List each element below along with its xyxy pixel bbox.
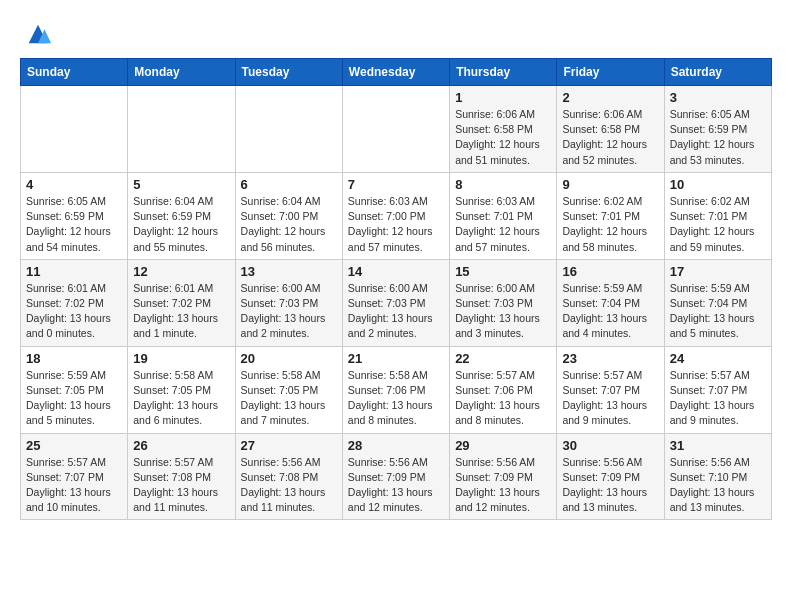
day-info: Sunrise: 5:59 AM Sunset: 7:05 PM Dayligh… — [26, 368, 122, 429]
calendar-table: SundayMondayTuesdayWednesdayThursdayFrid… — [20, 58, 772, 520]
calendar-cell: 6Sunrise: 6:04 AM Sunset: 7:00 PM Daylig… — [235, 172, 342, 259]
day-info: Sunrise: 6:05 AM Sunset: 6:59 PM Dayligh… — [26, 194, 122, 255]
calendar-cell: 14Sunrise: 6:00 AM Sunset: 7:03 PM Dayli… — [342, 259, 449, 346]
calendar-cell: 28Sunrise: 5:56 AM Sunset: 7:09 PM Dayli… — [342, 433, 449, 520]
day-info: Sunrise: 6:04 AM Sunset: 6:59 PM Dayligh… — [133, 194, 229, 255]
day-number: 8 — [455, 177, 551, 192]
day-info: Sunrise: 5:57 AM Sunset: 7:06 PM Dayligh… — [455, 368, 551, 429]
calendar-cell: 7Sunrise: 6:03 AM Sunset: 7:00 PM Daylig… — [342, 172, 449, 259]
day-number: 10 — [670, 177, 766, 192]
day-number: 14 — [348, 264, 444, 279]
column-header-friday: Friday — [557, 59, 664, 86]
day-number: 20 — [241, 351, 337, 366]
day-info: Sunrise: 6:00 AM Sunset: 7:03 PM Dayligh… — [241, 281, 337, 342]
calendar-cell: 23Sunrise: 5:57 AM Sunset: 7:07 PM Dayli… — [557, 346, 664, 433]
day-info: Sunrise: 6:05 AM Sunset: 6:59 PM Dayligh… — [670, 107, 766, 168]
day-number: 23 — [562, 351, 658, 366]
day-number: 26 — [133, 438, 229, 453]
day-info: Sunrise: 6:02 AM Sunset: 7:01 PM Dayligh… — [670, 194, 766, 255]
calendar-cell: 29Sunrise: 5:56 AM Sunset: 7:09 PM Dayli… — [450, 433, 557, 520]
day-info: Sunrise: 5:56 AM Sunset: 7:08 PM Dayligh… — [241, 455, 337, 516]
day-number: 24 — [670, 351, 766, 366]
day-info: Sunrise: 6:04 AM Sunset: 7:00 PM Dayligh… — [241, 194, 337, 255]
calendar-week-row: 11Sunrise: 6:01 AM Sunset: 7:02 PM Dayli… — [21, 259, 772, 346]
calendar-header-row: SundayMondayTuesdayWednesdayThursdayFrid… — [21, 59, 772, 86]
day-info: Sunrise: 6:01 AM Sunset: 7:02 PM Dayligh… — [26, 281, 122, 342]
day-info: Sunrise: 6:06 AM Sunset: 6:58 PM Dayligh… — [562, 107, 658, 168]
calendar-cell: 5Sunrise: 6:04 AM Sunset: 6:59 PM Daylig… — [128, 172, 235, 259]
day-info: Sunrise: 5:56 AM Sunset: 7:09 PM Dayligh… — [455, 455, 551, 516]
calendar-week-row: 4Sunrise: 6:05 AM Sunset: 6:59 PM Daylig… — [21, 172, 772, 259]
calendar-cell: 24Sunrise: 5:57 AM Sunset: 7:07 PM Dayli… — [664, 346, 771, 433]
calendar-cell: 13Sunrise: 6:00 AM Sunset: 7:03 PM Dayli… — [235, 259, 342, 346]
calendar-cell: 12Sunrise: 6:01 AM Sunset: 7:02 PM Dayli… — [128, 259, 235, 346]
day-number: 17 — [670, 264, 766, 279]
calendar-cell: 8Sunrise: 6:03 AM Sunset: 7:01 PM Daylig… — [450, 172, 557, 259]
calendar-cell: 30Sunrise: 5:56 AM Sunset: 7:09 PM Dayli… — [557, 433, 664, 520]
day-info: Sunrise: 5:58 AM Sunset: 7:06 PM Dayligh… — [348, 368, 444, 429]
calendar-cell: 17Sunrise: 5:59 AM Sunset: 7:04 PM Dayli… — [664, 259, 771, 346]
day-info: Sunrise: 6:00 AM Sunset: 7:03 PM Dayligh… — [455, 281, 551, 342]
day-number: 6 — [241, 177, 337, 192]
day-info: Sunrise: 5:58 AM Sunset: 7:05 PM Dayligh… — [133, 368, 229, 429]
day-info: Sunrise: 5:59 AM Sunset: 7:04 PM Dayligh… — [562, 281, 658, 342]
calendar-week-row: 25Sunrise: 5:57 AM Sunset: 7:07 PM Dayli… — [21, 433, 772, 520]
logo — [20, 20, 52, 48]
calendar-cell: 22Sunrise: 5:57 AM Sunset: 7:06 PM Dayli… — [450, 346, 557, 433]
day-number: 18 — [26, 351, 122, 366]
day-info: Sunrise: 5:56 AM Sunset: 7:09 PM Dayligh… — [562, 455, 658, 516]
calendar-cell: 4Sunrise: 6:05 AM Sunset: 6:59 PM Daylig… — [21, 172, 128, 259]
day-number: 15 — [455, 264, 551, 279]
day-info: Sunrise: 5:57 AM Sunset: 7:07 PM Dayligh… — [562, 368, 658, 429]
calendar-cell: 21Sunrise: 5:58 AM Sunset: 7:06 PM Dayli… — [342, 346, 449, 433]
day-info: Sunrise: 5:57 AM Sunset: 7:07 PM Dayligh… — [670, 368, 766, 429]
day-number: 5 — [133, 177, 229, 192]
day-number: 25 — [26, 438, 122, 453]
day-number: 31 — [670, 438, 766, 453]
day-info: Sunrise: 5:58 AM Sunset: 7:05 PM Dayligh… — [241, 368, 337, 429]
calendar-cell: 20Sunrise: 5:58 AM Sunset: 7:05 PM Dayli… — [235, 346, 342, 433]
day-info: Sunrise: 5:57 AM Sunset: 7:07 PM Dayligh… — [26, 455, 122, 516]
calendar-cell — [21, 86, 128, 173]
calendar-cell: 3Sunrise: 6:05 AM Sunset: 6:59 PM Daylig… — [664, 86, 771, 173]
column-header-thursday: Thursday — [450, 59, 557, 86]
day-info: Sunrise: 5:56 AM Sunset: 7:09 PM Dayligh… — [348, 455, 444, 516]
day-number: 29 — [455, 438, 551, 453]
column-header-tuesday: Tuesday — [235, 59, 342, 86]
calendar-cell — [342, 86, 449, 173]
day-info: Sunrise: 6:02 AM Sunset: 7:01 PM Dayligh… — [562, 194, 658, 255]
day-info: Sunrise: 5:56 AM Sunset: 7:10 PM Dayligh… — [670, 455, 766, 516]
day-info: Sunrise: 6:06 AM Sunset: 6:58 PM Dayligh… — [455, 107, 551, 168]
day-number: 27 — [241, 438, 337, 453]
calendar-cell: 25Sunrise: 5:57 AM Sunset: 7:07 PM Dayli… — [21, 433, 128, 520]
day-number: 30 — [562, 438, 658, 453]
column-header-sunday: Sunday — [21, 59, 128, 86]
day-info: Sunrise: 6:03 AM Sunset: 7:01 PM Dayligh… — [455, 194, 551, 255]
logo-icon — [24, 20, 52, 48]
day-number: 19 — [133, 351, 229, 366]
calendar-cell: 10Sunrise: 6:02 AM Sunset: 7:01 PM Dayli… — [664, 172, 771, 259]
calendar-cell: 9Sunrise: 6:02 AM Sunset: 7:01 PM Daylig… — [557, 172, 664, 259]
day-number: 3 — [670, 90, 766, 105]
calendar-cell: 26Sunrise: 5:57 AM Sunset: 7:08 PM Dayli… — [128, 433, 235, 520]
day-number: 4 — [26, 177, 122, 192]
calendar-cell — [128, 86, 235, 173]
day-number: 28 — [348, 438, 444, 453]
day-number: 22 — [455, 351, 551, 366]
day-info: Sunrise: 6:03 AM Sunset: 7:00 PM Dayligh… — [348, 194, 444, 255]
column-header-monday: Monday — [128, 59, 235, 86]
calendar-cell: 31Sunrise: 5:56 AM Sunset: 7:10 PM Dayli… — [664, 433, 771, 520]
calendar-cell: 1Sunrise: 6:06 AM Sunset: 6:58 PM Daylig… — [450, 86, 557, 173]
column-header-wednesday: Wednesday — [342, 59, 449, 86]
calendar-cell: 18Sunrise: 5:59 AM Sunset: 7:05 PM Dayli… — [21, 346, 128, 433]
day-info: Sunrise: 6:01 AM Sunset: 7:02 PM Dayligh… — [133, 281, 229, 342]
calendar-cell: 27Sunrise: 5:56 AM Sunset: 7:08 PM Dayli… — [235, 433, 342, 520]
calendar-cell — [235, 86, 342, 173]
day-number: 13 — [241, 264, 337, 279]
day-info: Sunrise: 5:59 AM Sunset: 7:04 PM Dayligh… — [670, 281, 766, 342]
calendar-week-row: 1Sunrise: 6:06 AM Sunset: 6:58 PM Daylig… — [21, 86, 772, 173]
calendar-week-row: 18Sunrise: 5:59 AM Sunset: 7:05 PM Dayli… — [21, 346, 772, 433]
page-header — [20, 20, 772, 48]
day-number: 12 — [133, 264, 229, 279]
day-number: 11 — [26, 264, 122, 279]
